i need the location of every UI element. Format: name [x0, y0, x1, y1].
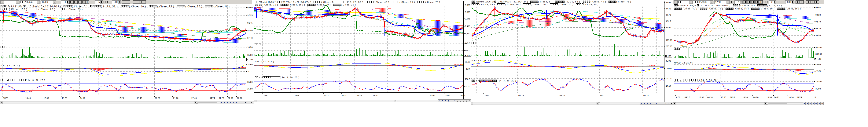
svg-text:B: B — [665, 102, 666, 104]
svg-text:9,630: 9,630 — [665, 7, 671, 10]
svg-text:04/19: 04/19 — [730, 96, 735, 98]
svg-text:16:30: 16:30 — [699, 96, 704, 98]
svg-text:35.00: 35.00 — [815, 88, 821, 90]
svg-text:-12.0: -12.0 — [247, 70, 252, 73]
svg-text:100: 100 — [668, 55, 671, 57]
svg-text:( Close, 25 ): ( Close, 25 ) — [341, 4, 356, 6]
svg-text:225mini 12/06( 30: 225mini 12/06( 30 — [475, 1, 495, 3]
svg-text:( Close, 75 ): ( Close, 75 ) — [616, 1, 631, 3]
svg-text:04/17: 04/17 — [685, 96, 690, 98]
svg-text:225mini 12/06( 15: 225mini 12/06( 15 — [259, 1, 278, 3]
svg-text:9,440: 9,440 — [465, 32, 470, 35]
svg-text:100: 100 — [249, 58, 253, 61]
svg-text:20:00: 20:00 — [430, 94, 435, 96]
svg-text:09:20: 09:20 — [237, 97, 242, 99]
svg-text:( Close, 5 ): ( Close, 5 ) — [72, 5, 90, 8]
svg-text:D: D — [822, 102, 823, 105]
svg-text:L: L — [662, 102, 663, 104]
svg-text:( Close, 150 ): ( Close, 150 ) — [288, 4, 308, 6]
svg-text:900.00: 900.00 — [815, 46, 822, 49]
svg-text:1: 1 — [738, 1, 739, 3]
svg-text:04/21: 04/21 — [774, 96, 779, 98]
svg-text:04/20: 04/20 — [753, 96, 758, 98]
svg-text:04/20: 04/20 — [560, 94, 565, 96]
svg-text:60: 60 — [771, 1, 773, 3]
svg-text:( Close, 5 ): ( Close, 5 ) — [321, 1, 338, 3]
svg-text:B: B — [463, 100, 464, 102]
svg-text:16:30: 16:30 — [788, 96, 794, 98]
svg-text:10:40: 10:40 — [25, 97, 31, 99]
svg-text:35.00: 35.00 — [665, 60, 671, 62]
svg-text:MACD( 12, 26, 9 ): MACD( 12, 26, 9 ) — [674, 61, 693, 64]
svg-text:16:30: 16:30 — [767, 96, 772, 98]
svg-text:02:40: 02:40 — [228, 97, 233, 99]
svg-text:01:20: 01:20 — [219, 97, 224, 99]
svg-text:100: 100 — [467, 54, 470, 56]
svg-text:D: D — [457, 100, 458, 102]
svg-text:( Close, 150 ): ( Close, 150 ) — [9, 8, 30, 11]
svg-text:D: D — [239, 102, 240, 104]
svg-text:12:00: 12:00 — [460, 94, 465, 96]
svg-text:L: L — [242, 102, 243, 104]
svg-text:9,440: 9,440 — [247, 37, 253, 39]
svg-text:100: 100 — [817, 58, 821, 60]
svg-text:21:20: 21:20 — [173, 97, 179, 99]
svg-text:20:00: 20:00 — [155, 97, 160, 99]
svg-text:300.00: 300.00 — [815, 53, 822, 55]
svg-text:1: 1 — [65, 1, 66, 3]
svg-text:9,490: 9,490 — [247, 29, 253, 32]
svg-text:( 9, 26, 52 ): ( 9, 26, 52 ) — [767, 4, 782, 7]
svg-text:200.00: 200.00 — [665, 45, 672, 47]
svg-text:, 2012/04/16 - 2012/04/24 ): , 2012/04/16 - 2012/04/24 ) — [699, 4, 733, 7]
svg-text:T: T — [760, 1, 762, 3]
svg-text:04/18: 04/18 — [484, 94, 489, 96]
svg-text:04/24: 04/24 — [210, 97, 215, 99]
svg-text:100.00: 100.00 — [815, 80, 822, 83]
svg-text:15.50: 15.50 — [247, 64, 253, 66]
svg-text:04/24: 04/24 — [643, 94, 649, 96]
svg-text:12/06: 12/06 — [42, 1, 48, 3]
svg-text:22:40: 22:40 — [191, 97, 197, 99]
svg-text:( Close, 5 ): ( Close, 5 ) — [538, 1, 555, 3]
svg-text:( Close, 75 ): ( Close, 75 ) — [425, 1, 440, 3]
svg-text:5: 5 — [98, 1, 100, 3]
svg-text:-20.00: -20.00 — [665, 68, 672, 70]
svg-text:-20.0: -20.0 — [465, 68, 470, 70]
svg-text:500: 500 — [787, 1, 791, 3]
svg-text:9,510: 9,510 — [665, 20, 671, 22]
svg-text:D: D — [659, 102, 660, 104]
svg-text:04/19: 04/19 — [519, 94, 524, 96]
svg-text:, 2012/04/16 - 2012/04/24 ): , 2012/04/16 - 2012/04/24 ) — [497, 1, 530, 3]
svg-text:14:40: 14:40 — [80, 97, 85, 99]
svg-text:225mini 12/06( 60: 225mini 12/06( 60 — [678, 4, 697, 7]
svg-text:100.00: 100.00 — [665, 77, 672, 80]
svg-text:18:40: 18:40 — [137, 97, 142, 99]
svg-text:65.00: 65.00 — [247, 54, 253, 56]
svg-text:225mini 12/06( 5: 225mini 12/06( 5 — [5, 5, 25, 8]
svg-text:95.00: 95.00 — [247, 81, 253, 83]
svg-text:9,545: 9,545 — [465, 17, 470, 20]
svg-text:35.00: 35.00 — [247, 88, 253, 90]
svg-text:12/06: 12/06 — [715, 1, 721, 3]
svg-text:12:00: 12:00 — [373, 94, 378, 96]
svg-text:( Close, 10 ): ( Close, 10 ) — [214, 5, 229, 8]
svg-text:9,450: 9,450 — [815, 34, 821, 37]
svg-text:, 2012/04/16 - 2012/04/24 ): , 2012/04/16 - 2012/04/24 ) — [280, 1, 314, 3]
svg-text:600.00: 600.00 — [665, 39, 672, 41]
svg-text:( Close, 150 ): ( Close, 150 ) — [531, 3, 550, 5]
svg-text:12:00: 12:00 — [43, 97, 49, 99]
svg-text:( Close, 150 ): ( Close, 150 ) — [785, 7, 801, 10]
svg-text:9,650: 9,650 — [247, 6, 253, 9]
svg-text:04/24: 04/24 — [445, 94, 450, 96]
svg-text:45.00: 45.00 — [815, 63, 821, 66]
svg-text:100.0: 100.0 — [465, 78, 470, 80]
svg-text:13:20: 13:20 — [62, 97, 67, 99]
svg-text:9,695: 9,695 — [815, 6, 821, 9]
svg-text:9,450: 9,450 — [665, 26, 671, 29]
svg-text:MACD( 12, 26, 9 ): MACD( 12, 26, 9 ) — [471, 59, 491, 61]
svg-text:165.0: 165.0 — [465, 49, 470, 52]
svg-text:9,545: 9,545 — [247, 22, 253, 24]
svg-text:40.00: 40.00 — [665, 85, 671, 87]
svg-text:MACD( 12, 26, 9 ): MACD( 12, 26, 9 ) — [255, 60, 274, 63]
svg-text:35.00: 35.00 — [465, 85, 470, 87]
